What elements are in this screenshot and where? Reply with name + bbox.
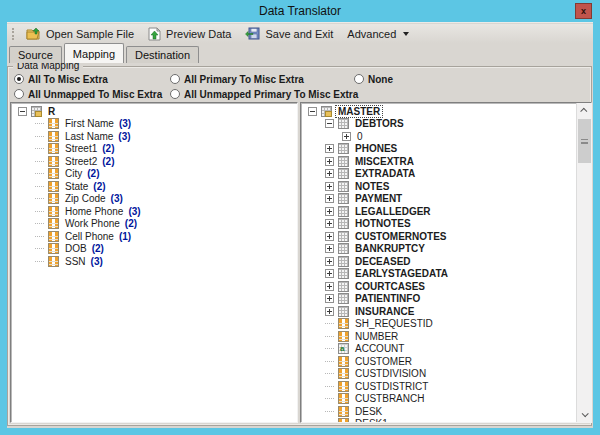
tree-item-deceased[interactable]: DECEASED bbox=[302, 255, 575, 268]
expand-icon[interactable] bbox=[325, 157, 334, 166]
tree-item-cell-phone[interactable]: Cell Phone(1) bbox=[12, 230, 297, 243]
tree-item-label[interactable]: DESK1 bbox=[353, 418, 390, 423]
tree-item-label[interactable]: MASTER bbox=[336, 106, 382, 117]
tree-item-legalledger[interactable]: LEGALLEDGER bbox=[302, 205, 575, 218]
tree-item-label[interactable]: Cell Phone bbox=[63, 231, 116, 242]
tree-item-label[interactable]: EARLYSTAGEDATA bbox=[353, 268, 450, 279]
tree-item-customer[interactable]: CUSTOMER bbox=[302, 355, 575, 368]
tree-item-label[interactable]: CUSTOMERNOTES bbox=[353, 231, 449, 242]
radio-circle-icon[interactable] bbox=[354, 74, 364, 84]
tree-item-label[interactable]: CUSTBRANCH bbox=[353, 393, 426, 404]
tree-item-label[interactable]: DOB bbox=[63, 243, 89, 254]
tree-item-notes[interactable]: NOTES bbox=[302, 180, 575, 193]
expand-icon[interactable] bbox=[325, 307, 334, 316]
toolbar-button-open-sample-file[interactable]: Open Sample File bbox=[19, 26, 141, 41]
toolbar-button-save-and-exit[interactable]: Save and Exit bbox=[238, 26, 340, 41]
tab-mapping[interactable]: Mapping bbox=[64, 43, 124, 63]
tree-item-street1[interactable]: Street1(2) bbox=[12, 143, 297, 156]
expand-icon[interactable] bbox=[325, 169, 334, 178]
tree-item-debtors[interactable]: DEBTORS bbox=[302, 118, 575, 131]
destination-fields-panel[interactable]: MASTERDEBTORS0PHONESMISCEXTRAEXTRADATANO… bbox=[300, 102, 592, 423]
tree-item-first-name[interactable]: First Name(3) bbox=[12, 118, 297, 131]
tree-item-label[interactable]: HOTNOTES bbox=[353, 218, 413, 229]
tree-item-label[interactable]: R bbox=[46, 106, 57, 117]
tree-item-hotnotes[interactable]: HOTNOTES bbox=[302, 218, 575, 231]
scroll-up-button[interactable] bbox=[577, 103, 592, 118]
radio-circle-icon[interactable] bbox=[170, 74, 180, 84]
tree-item-label[interactable]: SSN bbox=[63, 256, 88, 267]
tree-item-label[interactable]: CUSTOMER bbox=[353, 356, 414, 367]
tree-item-label[interactable]: Street2 bbox=[63, 156, 99, 167]
close-button[interactable]: x bbox=[575, 3, 592, 19]
tree-item-label[interactable]: Last Name bbox=[63, 131, 115, 142]
expand-icon[interactable] bbox=[325, 282, 334, 291]
tree-item-dob[interactable]: DOB(2) bbox=[12, 243, 297, 256]
tree-item-city[interactable]: City(2) bbox=[12, 168, 297, 181]
toolbar-grip[interactable] bbox=[12, 28, 15, 40]
tree-item-label[interactable]: PAYMENT bbox=[353, 193, 404, 204]
tree-item-earlystagedata[interactable]: EARLYSTAGEDATA bbox=[302, 268, 575, 281]
tree-item-label[interactable]: Work Phone bbox=[63, 218, 122, 229]
radio-circle-icon[interactable] bbox=[170, 89, 180, 99]
radio-all-unmapped-primary-to-misc-extra[interactable]: All Unmapped Primary To Misc Extra bbox=[170, 88, 358, 100]
tree-item-r[interactable]: R bbox=[12, 105, 297, 118]
tree-item-label[interactable]: SH_REQUESTID bbox=[353, 318, 435, 329]
tree-item-insurance[interactable]: INSURANCE bbox=[302, 305, 575, 318]
tree-item-label[interactable]: State bbox=[63, 181, 90, 192]
source-fields-panel[interactable]: RFirst Name(3)Last Name(3)Street1(2)Stre… bbox=[10, 102, 298, 423]
tree-item-label[interactable]: City bbox=[63, 168, 84, 179]
tree-item-work-phone[interactable]: Work Phone(2) bbox=[12, 218, 297, 231]
toolbar-button-preview-data[interactable]: Preview Data bbox=[141, 26, 238, 42]
tree-item-label[interactable]: LEGALLEDGER bbox=[353, 206, 433, 217]
scrollbar-thumb[interactable] bbox=[578, 119, 591, 163]
tree-item-street2[interactable]: Street2(2) bbox=[12, 155, 297, 168]
tree-item-customernotes[interactable]: CUSTOMERNOTES bbox=[302, 230, 575, 243]
collapse-icon[interactable] bbox=[18, 107, 27, 116]
tree-item-desk1[interactable]: DESK1 bbox=[302, 418, 575, 424]
radio-all-to-misc-extra[interactable]: All To Misc Extra bbox=[14, 73, 108, 85]
tree-item-patientinfo[interactable]: PATIENTINFO bbox=[302, 293, 575, 306]
tree-item-bankruptcy[interactable]: BANKRUPTCY bbox=[302, 243, 575, 256]
tree-item-label[interactable]: CUSTDISTRICT bbox=[353, 381, 430, 392]
tree-item-label[interactable]: 0 bbox=[355, 131, 365, 142]
tree-item-label[interactable]: DESK bbox=[353, 406, 384, 417]
tree-item-courtcases[interactable]: COURTCASES bbox=[302, 280, 575, 293]
expand-icon[interactable] bbox=[325, 294, 334, 303]
vertical-scrollbar[interactable] bbox=[576, 103, 591, 422]
toolbar-button-advanced[interactable]: Advanced bbox=[340, 27, 416, 41]
radio-circle-icon[interactable] bbox=[14, 74, 24, 84]
radio-none[interactable]: None bbox=[354, 73, 393, 85]
tree-item-miscextra[interactable]: MISCEXTRA bbox=[302, 155, 575, 168]
tree-item-0[interactable]: 0 bbox=[302, 130, 575, 143]
expand-icon[interactable] bbox=[325, 144, 334, 153]
tree-item-phones[interactable]: PHONES bbox=[302, 143, 575, 156]
tree-item-extradata[interactable]: EXTRADATA bbox=[302, 168, 575, 181]
expand-icon[interactable] bbox=[325, 232, 334, 241]
collapse-icon[interactable] bbox=[325, 119, 334, 128]
tree-item-label[interactable]: MISCEXTRA bbox=[353, 156, 416, 167]
tree-item-label[interactable]: First Name bbox=[63, 118, 116, 129]
tree-item-label[interactable]: DEBTORS bbox=[353, 118, 406, 129]
scroll-down-button[interactable] bbox=[577, 407, 592, 422]
tree-item-last-name[interactable]: Last Name(3) bbox=[12, 130, 297, 143]
tree-item-number[interactable]: NUMBER bbox=[302, 330, 575, 343]
tree-item-custdivision[interactable]: CUSTDIVISION bbox=[302, 368, 575, 381]
tree-item-desk[interactable]: DESK bbox=[302, 405, 575, 418]
tree-item-label[interactable]: NUMBER bbox=[353, 331, 400, 342]
tree-item-label[interactable]: BANKRUPTCY bbox=[353, 243, 427, 254]
expand-icon[interactable] bbox=[325, 219, 334, 228]
radio-all-primary-to-misc-extra[interactable]: All Primary To Misc Extra bbox=[170, 73, 304, 85]
expand-icon[interactable] bbox=[325, 269, 334, 278]
tab-source[interactable]: Source bbox=[9, 46, 62, 63]
tree-item-label[interactable]: COURTCASES bbox=[353, 281, 427, 292]
tree-item-label[interactable]: ACCOUNT bbox=[353, 343, 406, 354]
tree-item-master[interactable]: MASTER bbox=[302, 105, 575, 118]
radio-all-unmapped-to-misc-extra[interactable]: All Unmapped To Misc Extra bbox=[14, 88, 162, 100]
tree-item-label[interactable]: Home Phone bbox=[63, 206, 125, 217]
tree-item-label[interactable]: Street1 bbox=[63, 143, 99, 154]
tree-item-label[interactable]: EXTRADATA bbox=[353, 168, 417, 179]
tree-item-label[interactable]: PATIENTINFO bbox=[353, 293, 422, 304]
tree-item-custbranch[interactable]: CUSTBRANCH bbox=[302, 393, 575, 406]
tree-item-zip-code[interactable]: Zip Code(3) bbox=[12, 193, 297, 206]
tree-item-label[interactable]: Zip Code bbox=[63, 193, 108, 204]
